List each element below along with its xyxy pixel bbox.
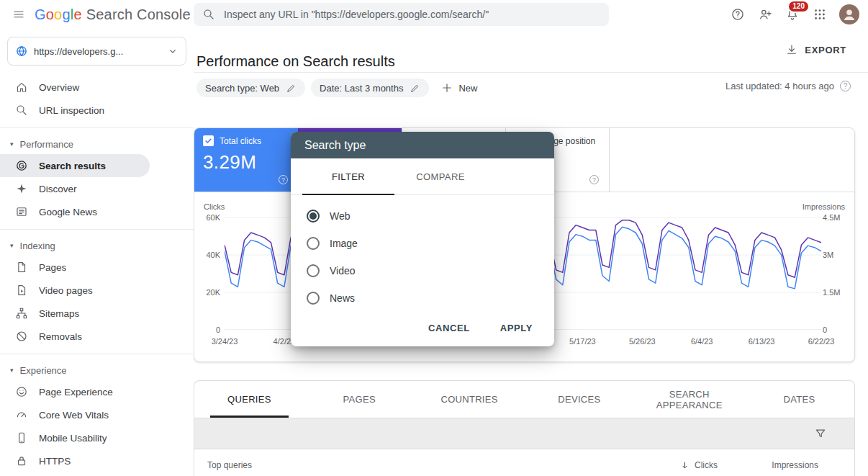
user-settings-button[interactable]	[753, 2, 777, 27]
search-icon	[15, 104, 28, 117]
cancel-button[interactable]: CANCEL	[424, 322, 474, 334]
dialog-tab-compare[interactable]: COMPARE	[394, 158, 487, 194]
sidebar-section-label: Indexing	[20, 241, 55, 251]
column-header-queries: Top queries	[207, 460, 602, 470]
menu-button[interactable]	[6, 2, 31, 27]
help-button[interactable]	[725, 2, 750, 27]
sidebar-item-discover[interactable]: Discover	[0, 177, 150, 200]
sidebar-item-core-web-vitals[interactable]: Core Web Vitals	[0, 403, 150, 426]
tab-pages[interactable]: PAGES	[304, 381, 415, 418]
page-title: Performance on Search results	[196, 53, 395, 70]
apps-grid-icon	[813, 7, 827, 22]
y-axis-tick-left: 20K	[199, 288, 220, 297]
download-icon	[785, 43, 798, 56]
tab-search-appearance[interactable]: SEARCH APPEARANCE	[634, 381, 744, 418]
sidebar-item-https[interactable]: HTTPS	[0, 449, 150, 472]
option-label: Web	[330, 210, 351, 222]
search-input[interactable]	[222, 8, 600, 21]
sidebar-item-label: Overview	[39, 82, 79, 93]
sidebar-item-label: Search results	[39, 161, 106, 171]
person-icon	[841, 6, 858, 23]
radio-button[interactable]	[307, 292, 320, 305]
property-url: https://developers.g...	[34, 46, 161, 57]
search-type-option-image[interactable]: Image	[291, 230, 554, 257]
sidebar-item-sitemaps[interactable]: Sitemaps	[0, 302, 150, 325]
sidebar-item-page-experience[interactable]: Page Experience	[0, 380, 150, 403]
sidebar-section-performance[interactable]: ▾Performance	[0, 134, 194, 154]
sidebar-divider	[0, 229, 194, 230]
tab-countries[interactable]: COUNTRIES	[415, 381, 525, 418]
discover-icon	[15, 182, 28, 195]
sidebar-section-experience[interactable]: ▾Experience	[0, 360, 194, 380]
page-experience-icon	[15, 385, 28, 398]
apply-button[interactable]: APPLY	[496, 322, 537, 334]
tab-queries[interactable]: QUERIES	[194, 381, 304, 418]
dimensions-panel: QUERIESPAGESCOUNTRIESDEVICESSEARCH APPEA…	[194, 380, 855, 476]
dialog-footer: CANCEL APPLY	[291, 309, 554, 346]
column-header-clicks[interactable]: Clicks	[602, 460, 718, 471]
table-header-row: Top queries Clicks Impressions	[194, 449, 854, 476]
y-axis-tick-right: 1.5M	[823, 288, 850, 297]
y-axis-tick-right: 0	[823, 325, 850, 334]
table-filter-button[interactable]	[808, 421, 833, 446]
last-updated-help-icon[interactable]: ?	[840, 81, 851, 91]
sidebar-section-indexing[interactable]: ▾Indexing	[0, 235, 194, 256]
sidebar-item-removals[interactable]: Removals	[0, 325, 150, 348]
url-inspection-searchbar[interactable]	[194, 3, 609, 26]
property-selector[interactable]: https://developers.g...	[7, 37, 186, 66]
filter-chip-date-last-3-months[interactable]: Date: Last 3 months	[311, 78, 429, 97]
account-avatar[interactable]	[839, 4, 859, 24]
collapse-triangle-icon: ▾	[10, 367, 14, 374]
y-axis-tick-right: 3M	[823, 251, 850, 259]
sidebar-item-pages[interactable]: Pages	[0, 256, 150, 279]
tab-devices[interactable]: DEVICES	[524, 381, 634, 418]
metric-help-icon[interactable]: ?	[589, 175, 599, 184]
search-type-option-web[interactable]: Web	[291, 202, 554, 230]
logo-letter: o	[46, 6, 54, 22]
tab-dates[interactable]: DATES	[744, 381, 854, 418]
x-axis-tick: 3/24/23	[212, 337, 238, 346]
option-label: News	[330, 292, 355, 304]
metric-label: Total clicks	[220, 136, 261, 146]
filter-chip-search-type-web[interactable]: Search type: Web	[196, 78, 305, 97]
sidebar-item-mobile-usability[interactable]: Mobile Usability	[0, 426, 150, 449]
radio-button[interactable]	[307, 264, 320, 277]
search-results-icon	[15, 159, 28, 172]
x-axis-tick: 6/13/23	[749, 337, 775, 346]
column-header-impressions[interactable]: Impressions	[718, 460, 854, 470]
sidebar-item-overview[interactable]: Overview	[0, 76, 150, 99]
y-axis-tick-left: 40K	[199, 251, 220, 259]
sidebar-item-label: Discover	[39, 184, 77, 194]
collapse-triangle-icon: ▾	[10, 243, 14, 249]
topbar-actions: 120	[725, 0, 864, 29]
new-filter-button[interactable]: New	[435, 78, 483, 97]
sidebar-item-video-pages[interactable]: Video pages	[0, 279, 150, 302]
dialog-tab-filter[interactable]: FILTER	[302, 158, 394, 194]
radio-button[interactable]	[307, 210, 320, 223]
metric-checkbox-checked[interactable]	[203, 135, 214, 146]
sidebar-item-search-results[interactable]: Search results	[0, 154, 150, 177]
collapse-triangle-icon: ▾	[10, 141, 14, 148]
sort-descending-icon	[679, 460, 690, 471]
metric-value: 3.29M	[203, 151, 289, 174]
search-type-option-news[interactable]: News	[291, 284, 554, 312]
google-apps-button[interactable]	[808, 2, 832, 27]
sidebar-item-google-news[interactable]: Google News	[0, 200, 150, 223]
y-axis-tick-right: 4.5M	[823, 213, 850, 222]
sidebar-item-url-inspection[interactable]: URL inspection	[0, 99, 150, 122]
dialog-title: Search type	[291, 132, 554, 158]
https-icon	[15, 454, 28, 467]
metric-cards-filler	[609, 128, 854, 192]
sidebar-item-label: Mobile Usability	[39, 433, 107, 444]
sidebar-item-label: URL inspection	[39, 105, 104, 116]
hamburger-icon	[12, 8, 25, 21]
plus-icon	[440, 81, 453, 94]
export-button[interactable]: EXPORT	[781, 42, 851, 57]
sidebar-item-label: Google News	[39, 207, 97, 217]
radio-button[interactable]	[307, 237, 320, 250]
metric-help-icon[interactable]: ?	[279, 175, 288, 184]
metric-card-total-clicks[interactable]: Total clicks3.29M?	[194, 128, 298, 192]
search-type-option-video[interactable]: Video	[291, 257, 554, 284]
pencil-icon	[410, 83, 420, 94]
notification-badge: 120	[787, 0, 810, 13]
